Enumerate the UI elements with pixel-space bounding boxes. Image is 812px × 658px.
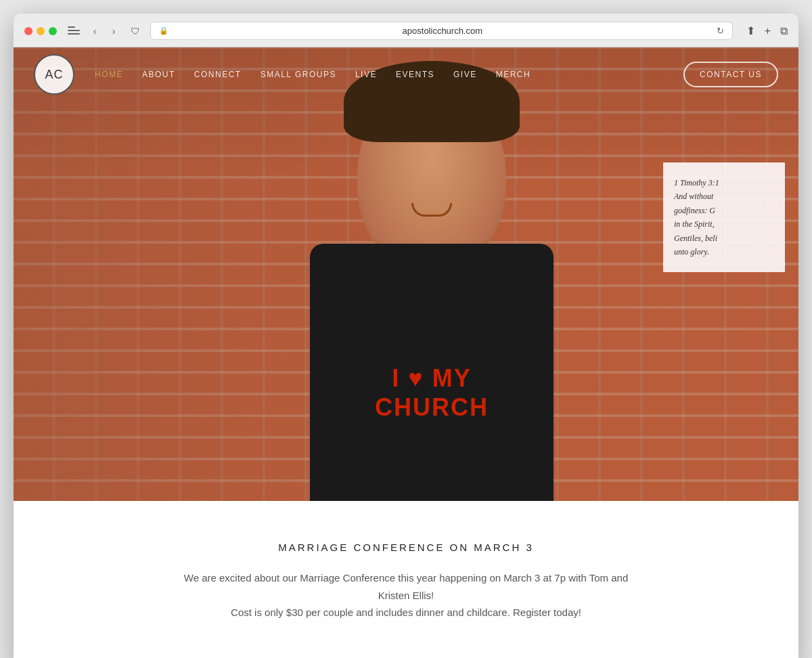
share-button[interactable]: ⬆ [746, 24, 755, 37]
maximize-button[interactable] [49, 27, 57, 35]
nav-item-about[interactable]: ABOUT [142, 70, 175, 79]
section-body-line1: We are excited about our Marriage Confer… [184, 572, 629, 601]
nav-item-small-groups[interactable]: SMALL GROUPS [261, 70, 336, 79]
person-shirt: I ♥ MY CHURCH [310, 244, 554, 501]
scripture-overlay: 1 Timothy 3:1 And without godfiness: G i… [663, 162, 785, 272]
hero-section: 1 Timothy 3:1 And without godfiness: G i… [14, 47, 798, 501]
browser-controls: ‹ › [68, 24, 120, 38]
sidebar-toggle-button[interactable] [68, 26, 80, 36]
section-body: We are excited about our Marriage Confer… [169, 569, 643, 621]
traffic-lights [24, 27, 57, 35]
navbar: AC HOME ABOUT CONNECT SMALL GROUPS LIVE … [14, 47, 798, 102]
browser-chrome: ‹ › 🛡 🔒 apostolicchurch.com ↻ ⬆ + ⧉ [14, 14, 798, 47]
person-figure: I ♥ MY CHURCH [276, 61, 601, 501]
windows-button[interactable]: ⧉ [780, 25, 788, 37]
browser-window: ‹ › 🛡 🔒 apostolicchurch.com ↻ ⬆ + ⧉ 1 Ti… [14, 14, 798, 658]
back-button[interactable]: ‹ [88, 24, 102, 38]
privacy-icon: 🛡 [129, 24, 142, 38]
person-smile [411, 203, 452, 217]
nav-item-events[interactable]: EVENTS [396, 70, 434, 79]
minimize-button[interactable] [37, 27, 45, 35]
browser-actions: ⬆ + ⧉ [746, 24, 788, 37]
close-button[interactable] [24, 27, 32, 35]
site-logo[interactable]: AC [34, 54, 74, 95]
new-tab-button[interactable]: + [765, 25, 771, 37]
address-bar[interactable]: apostolicchurch.com [174, 26, 711, 36]
shirt-text: I ♥ MY CHURCH [375, 364, 489, 422]
website: 1 Timothy 3:1 And without godfiness: G i… [14, 47, 798, 658]
nav-item-home[interactable]: HOME [95, 70, 123, 79]
refresh-button[interactable]: ↻ [717, 26, 724, 36]
nav-item-give[interactable]: GIVE [453, 70, 477, 79]
nav-item-connect[interactable]: CONNECT [194, 70, 242, 79]
nav-item-merch[interactable]: MERCH [496, 70, 531, 79]
forward-button[interactable]: › [107, 24, 120, 38]
nav-item-live[interactable]: LIVE [355, 70, 377, 79]
scripture-text: 1 Timothy 3:1 And without godfiness: G i… [674, 176, 774, 259]
nav-links: HOME ABOUT CONNECT SMALL GROUPS LIVE EVE… [95, 70, 683, 79]
lock-icon: 🔒 [159, 26, 168, 35]
contact-us-button[interactable]: CONTACT US [683, 62, 778, 87]
address-bar-container[interactable]: 🔒 apostolicchurch.com ↻ [150, 22, 733, 40]
content-section: MARRIAGE CONFERENCE ON MARCH 3 We are ex… [14, 501, 798, 658]
section-body-line2: Cost is only $30 per couple and includes… [231, 607, 581, 618]
section-title: MARRIAGE CONFERENCE ON MARCH 3 [41, 542, 771, 553]
